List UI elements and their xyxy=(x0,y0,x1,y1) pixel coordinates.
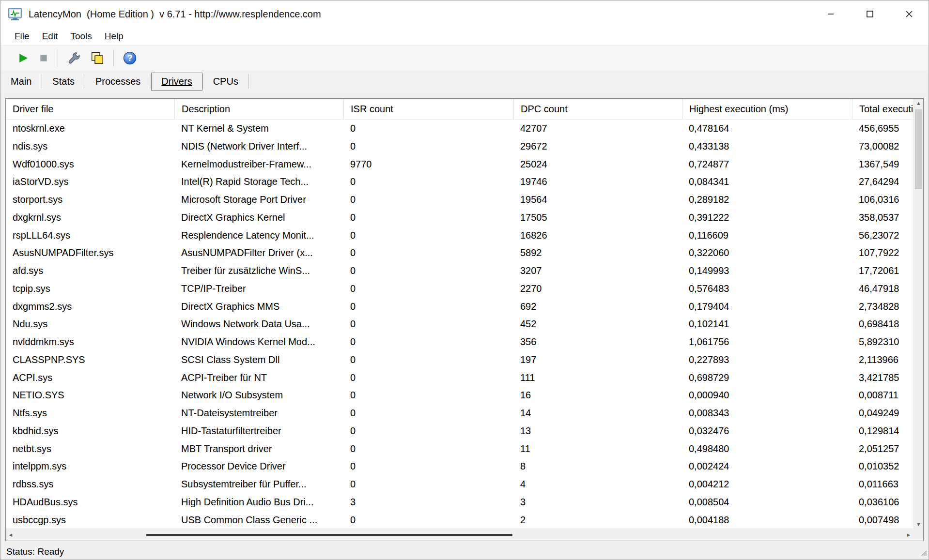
table-row[interactable]: netbt.sysMBT Transport driver0110,498480… xyxy=(6,440,914,458)
table-cell: 0,498480 xyxy=(682,440,852,458)
table-cell: 0 xyxy=(343,333,513,351)
tab-cpus[interactable]: CPUs xyxy=(203,73,248,91)
close-icon xyxy=(904,9,914,19)
table-cell: HDAudBus.sys xyxy=(6,493,174,511)
toolbar: ? xyxy=(0,45,929,70)
table-cell: NETIO.SYS xyxy=(6,386,174,404)
horizontal-scroll-thumb[interactable] xyxy=(146,534,512,536)
table-cell: AsusNUMPADFilter.sys xyxy=(6,244,174,262)
tab-drivers[interactable]: Drivers xyxy=(151,73,202,91)
vertical-scroll-thumb[interactable] xyxy=(915,109,922,189)
horizontal-scrollbar[interactable]: ◄ ► xyxy=(6,529,914,541)
table-cell: Ntfs.sys xyxy=(6,404,174,422)
table-cell: TCP/IP-Treiber xyxy=(174,280,343,298)
table-cell: 0 xyxy=(343,440,513,458)
table-cell: 692 xyxy=(513,298,682,316)
title-bar[interactable]: LatencyMon (Home Edition ) v 6.71 - http… xyxy=(0,0,929,28)
minimize-button[interactable] xyxy=(811,0,850,28)
menu-item-file[interactable]: File xyxy=(8,30,36,43)
table-cell: 19746 xyxy=(513,173,682,191)
table-row[interactable]: iaStorVD.sysIntel(R) Rapid Storage Tech.… xyxy=(6,173,914,191)
table-cell: 46,47918 xyxy=(852,280,914,298)
table-row[interactable]: tcpip.sysTCP/IP-Treiber022700,57648346,4… xyxy=(6,280,914,298)
table-row[interactable]: storport.sysMicrosoft Storage Port Drive… xyxy=(6,191,914,209)
menu-item-tools[interactable]: Tools xyxy=(64,30,98,43)
scroll-left-arrow-icon[interactable]: ◄ xyxy=(6,529,15,541)
copy-report-button[interactable] xyxy=(90,51,105,65)
help-icon: ? xyxy=(123,51,137,65)
table-row[interactable]: HDAudBus.sysHigh Definition Audio Bus Dr… xyxy=(6,493,914,511)
table-cell: Intel(R) Rapid Storage Tech... xyxy=(174,173,343,191)
column-header[interactable]: Driver file xyxy=(6,99,174,119)
table-row[interactable]: ntoskrnl.exeNT Kernel & System0427070,47… xyxy=(6,120,914,137)
vertical-scrollbar[interactable]: ▲ ▼ xyxy=(914,99,923,529)
scroll-up-arrow-icon[interactable]: ▲ xyxy=(914,99,923,107)
table-cell: 0,179404 xyxy=(682,298,852,316)
table-cell: USB Common Class Generic ... xyxy=(174,511,343,529)
table-row[interactable]: dxgmms2.sysDirectX Graphics MMS06920,179… xyxy=(6,298,914,316)
table-cell: 0 xyxy=(343,404,513,422)
table-row[interactable]: rdbss.sysSubsystemtreiber für Puffer...0… xyxy=(6,475,914,493)
resize-grip-icon[interactable] xyxy=(920,549,927,558)
table-cell: afd.sys xyxy=(6,262,174,280)
table-cell: 0,116609 xyxy=(682,227,852,244)
table-cell: CLASSPNP.SYS xyxy=(6,351,174,369)
table-cell: 0 xyxy=(343,422,513,440)
table-row[interactable]: ACPI.sysACPI-Treiber für NT01110,6987293… xyxy=(6,369,914,387)
column-header[interactable]: Highest execution (ms) xyxy=(682,99,852,119)
table-cell: 8 xyxy=(513,457,682,475)
table-cell: 17,72061 xyxy=(852,262,914,280)
table-row[interactable]: usbccgp.sysUSB Common Class Generic ...0… xyxy=(6,511,914,529)
table-row[interactable]: AsusNUMPADFilter.sysAsusNUMPADFilter Dri… xyxy=(6,244,914,262)
app-icon xyxy=(8,7,22,21)
tab-separator xyxy=(248,74,249,89)
tab-main[interactable]: Main xyxy=(0,73,42,91)
table-row[interactable]: afd.sysTreiber für zusätzliche WinS...03… xyxy=(6,262,914,280)
column-header[interactable]: Total execution (ms) xyxy=(852,99,914,119)
table-row[interactable]: dxgkrnl.sysDirectX Graphics Kernel017505… xyxy=(6,209,914,227)
table-cell: 0,102141 xyxy=(682,315,852,333)
table-cell: 4 xyxy=(513,475,682,493)
column-header[interactable]: DPC count xyxy=(513,99,682,119)
scroll-down-arrow-icon[interactable]: ▼ xyxy=(914,520,923,528)
table-row[interactable]: NETIO.SYSNetwork I/O Subsystem0160,00094… xyxy=(6,386,914,404)
tab-processes[interactable]: Processes xyxy=(85,73,151,91)
menu-item-edit[interactable]: Edit xyxy=(36,30,64,43)
table-row[interactable]: Ntfs.sysNT-Dateisystemtreiber0140,008343… xyxy=(6,404,914,422)
help-button[interactable]: ? xyxy=(123,51,137,65)
table-row[interactable]: intelppm.sysProcessor Device Driver080,0… xyxy=(6,457,914,475)
table-cell: 0 xyxy=(343,351,513,369)
table-cell: 2,051257 xyxy=(852,440,914,458)
table-cell: 0 xyxy=(343,262,513,280)
menu-item-help[interactable]: Help xyxy=(98,30,130,43)
maximize-button[interactable] xyxy=(850,0,889,28)
close-button[interactable] xyxy=(889,0,929,28)
table-cell: 0 xyxy=(343,137,513,155)
table-row[interactable]: nvlddmkm.sysNVIDIA Windows Kernel Mod...… xyxy=(6,333,914,351)
scroll-right-arrow-icon[interactable]: ► xyxy=(904,529,914,541)
tab-stats[interactable]: Stats xyxy=(42,73,85,91)
table-row[interactable]: ndis.sysNDIS (Network Driver Interf...02… xyxy=(6,137,914,155)
table-cell: 0,084341 xyxy=(682,173,852,191)
table-row[interactable]: Ndu.sysWindows Network Data Usa...04520,… xyxy=(6,315,914,333)
table-row[interactable]: Wdf01000.sysKernelmodustreiber-Framew...… xyxy=(6,155,914,173)
table-row[interactable]: kbdhid.sysHID-Tastaturfiltertreiber0130,… xyxy=(6,422,914,440)
stop-icon xyxy=(38,53,49,63)
table-cell: 16 xyxy=(513,386,682,404)
table-cell: NT-Dateisystemtreiber xyxy=(174,404,343,422)
minimize-icon xyxy=(825,9,836,19)
table-cell: tcpip.sys xyxy=(6,280,174,298)
column-header[interactable]: ISR count xyxy=(343,99,513,119)
options-button[interactable] xyxy=(67,51,81,65)
table-cell: 27,64294 xyxy=(852,173,914,191)
column-header[interactable]: Description xyxy=(174,99,343,119)
table-cell: 0,011663 xyxy=(852,475,914,493)
table-row[interactable]: rspLLL64.sysResplendence Latency Monit..… xyxy=(6,227,914,244)
stop-monitor-button[interactable] xyxy=(38,53,49,63)
table-cell: Wdf01000.sys xyxy=(6,155,174,173)
table-cell: 73,00082 xyxy=(852,137,914,155)
table-cell: 452 xyxy=(513,315,682,333)
table-cell: 0,433138 xyxy=(682,137,852,155)
table-row[interactable]: CLASSPNP.SYSSCSI Class System Dll01970,2… xyxy=(6,351,914,369)
start-monitor-button[interactable] xyxy=(17,52,30,64)
